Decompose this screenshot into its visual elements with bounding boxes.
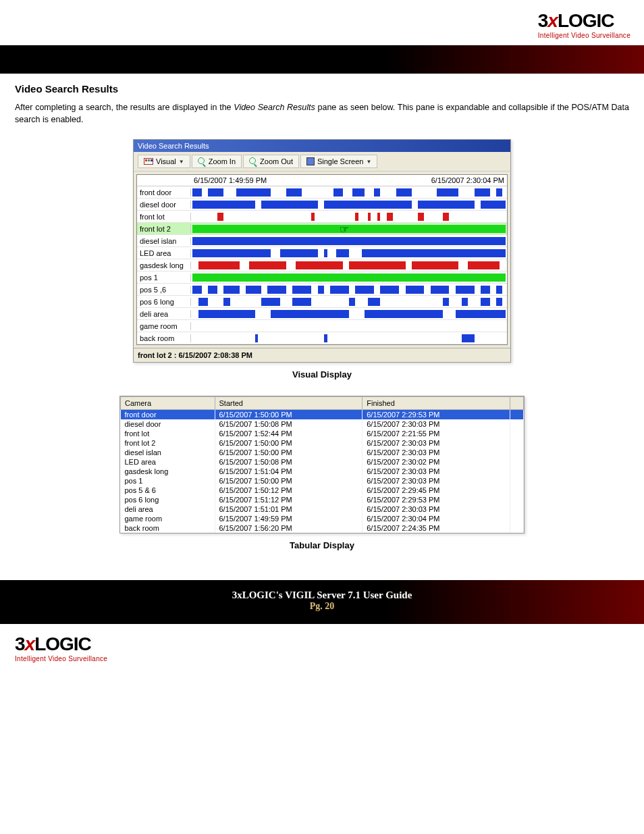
timeline-segment[interactable]	[236, 188, 271, 197]
timeline-row[interactable]: deli area	[137, 308, 507, 320]
timeline-segment[interactable]	[249, 261, 287, 269]
timeline-segment[interactable]	[377, 213, 381, 221]
timeline-segment[interactable]	[368, 298, 381, 306]
timeline-segment[interactable]	[355, 286, 374, 294]
timeline-row[interactable]: diesel door	[137, 199, 507, 211]
timeline-row[interactable]: pos 6 long	[137, 296, 507, 308]
timeline-segment[interactable]	[208, 286, 217, 294]
timeline-segment[interactable]	[462, 334, 475, 342]
timeline-bar-area[interactable]	[192, 273, 506, 282]
timeline-segment[interactable]	[318, 286, 324, 294]
timeline-segment[interactable]	[481, 286, 490, 294]
timeline-segment[interactable]	[355, 213, 358, 221]
zoom-in-button[interactable]: Zoom In	[192, 155, 242, 168]
table-row[interactable]: pos 6 long6/15/2007 1:51:12 PM6/15/2007 …	[121, 495, 524, 504]
timeline-segment[interactable]	[475, 188, 490, 197]
timeline-bar-area[interactable]	[192, 261, 506, 270]
timeline-segment[interactable]	[336, 249, 349, 257]
timeline-segment[interactable]	[349, 298, 355, 306]
timeline-segment[interactable]	[349, 261, 406, 269]
table-row[interactable]: LED area6/15/2007 1:50:08 PM6/15/2007 2:…	[121, 457, 524, 467]
timeline-segment[interactable]	[271, 310, 349, 318]
timeline-segment[interactable]	[198, 310, 255, 318]
single-screen-dropdown[interactable]: Single Screen ▼	[300, 155, 377, 168]
timeline-bar-area[interactable]	[192, 236, 506, 246]
timeline-segment[interactable]	[406, 286, 425, 294]
timeline-segment[interactable]	[437, 188, 458, 197]
table-row[interactable]: pos 16/15/2007 1:50:00 PM6/15/2007 2:30:…	[121, 476, 524, 486]
timeline-chart[interactable]: 6/15/2007 1:49:59 PM 6/15/2007 2:30:04 P…	[136, 174, 508, 345]
timeline-segment[interactable]	[456, 310, 506, 318]
timeline-segment[interactable]	[192, 188, 202, 197]
table-row[interactable]: diesel islan6/15/2007 1:50:00 PM6/15/200…	[121, 448, 524, 457]
timeline-segment[interactable]	[255, 334, 259, 342]
timeline-segment[interactable]	[324, 201, 412, 209]
timeline-segment[interactable]	[208, 188, 223, 197]
timeline-bar-area[interactable]	[192, 309, 506, 319]
timeline-segment[interactable]	[418, 201, 475, 209]
timeline-segment[interactable]	[380, 286, 399, 294]
timeline-segment[interactable]	[374, 188, 380, 197]
table-row[interactable]: front lot 26/15/2007 1:50:00 PM6/15/2007…	[121, 438, 524, 448]
timeline-segment[interactable]	[431, 286, 450, 294]
results-table[interactable]: Camera Started Finished front door6/15/2…	[120, 396, 524, 533]
timeline-segment[interactable]	[456, 286, 475, 294]
timeline-segment[interactable]	[286, 188, 302, 197]
timeline-segment[interactable]	[330, 286, 349, 294]
timeline-segment[interactable]	[261, 201, 318, 209]
timeline-bar-area[interactable]	[192, 200, 506, 209]
timeline-row[interactable]: game room	[137, 320, 507, 332]
timeline-segment[interactable]	[333, 188, 343, 197]
timeline-row[interactable]: pos 1	[137, 271, 507, 284]
timeline-segment[interactable]	[198, 298, 208, 306]
timeline-segment[interactable]	[324, 249, 327, 257]
timeline-row[interactable]: gasdesk long	[137, 259, 507, 271]
timeline-segment[interactable]	[296, 261, 343, 269]
timeline-segment[interactable]	[481, 298, 490, 306]
timeline-segment[interactable]	[198, 261, 239, 269]
timeline-segment[interactable]	[192, 201, 255, 209]
timeline-segment[interactable]	[462, 298, 468, 306]
timeline-segment[interactable]	[387, 213, 393, 221]
timeline-row[interactable]: front lot	[137, 211, 507, 223]
timeline-segment[interactable]	[217, 213, 223, 221]
timeline-row[interactable]: diesel islan	[137, 235, 507, 247]
timeline-segment[interactable]	[396, 188, 412, 197]
timeline-segment[interactable]	[352, 188, 365, 197]
timeline-segment[interactable]	[365, 310, 443, 318]
timeline-row[interactable]: front door	[137, 186, 507, 199]
table-row[interactable]: diesel door6/15/2007 1:50:08 PM6/15/2007…	[121, 419, 524, 429]
view-mode-dropdown[interactable]: Visual ▼	[138, 155, 190, 168]
timeline-bar-area[interactable]	[192, 212, 506, 221]
timeline-segment[interactable]	[292, 298, 311, 306]
timeline-row[interactable]: front lot 2☞	[137, 223, 507, 235]
timeline-bar-area[interactable]	[192, 297, 506, 307]
timeline-bar-area[interactable]	[192, 285, 506, 294]
col-started[interactable]: Started	[215, 397, 363, 410]
timeline-segment[interactable]	[311, 213, 315, 221]
timeline-segment[interactable]	[192, 237, 506, 245]
timeline-segment[interactable]	[443, 213, 449, 221]
timeline-segment[interactable]	[223, 298, 230, 306]
table-row[interactable]: gasdesk long6/15/2007 1:51:04 PM6/15/200…	[121, 467, 524, 476]
timeline-segment[interactable]	[412, 261, 459, 269]
timeline-segment[interactable]	[192, 273, 506, 282]
timeline-segment[interactable]	[267, 286, 286, 294]
timeline-segment[interactable]	[192, 286, 202, 294]
timeline-segment[interactable]	[496, 298, 502, 306]
timeline-bar-area[interactable]	[192, 334, 506, 343]
timeline-segment[interactable]	[496, 286, 502, 294]
timeline-segment[interactable]	[192, 249, 271, 257]
timeline-segment[interactable]	[496, 188, 502, 197]
timeline-segment[interactable]	[324, 334, 327, 342]
timeline-bar-area[interactable]	[192, 249, 506, 258]
timeline-bar-area[interactable]	[192, 188, 506, 197]
timeline-segment[interactable]	[443, 298, 449, 306]
col-finished[interactable]: Finished	[363, 397, 510, 410]
timeline-segment[interactable]	[223, 286, 239, 294]
timeline-segment[interactable]	[481, 201, 506, 209]
table-row[interactable]: front lot6/15/2007 1:52:44 PM6/15/2007 2…	[121, 429, 524, 438]
table-row[interactable]: front door6/15/2007 1:50:00 PM6/15/2007 …	[121, 410, 524, 420]
timeline-segment[interactable]	[292, 286, 311, 294]
timeline-segment[interactable]	[362, 249, 506, 257]
